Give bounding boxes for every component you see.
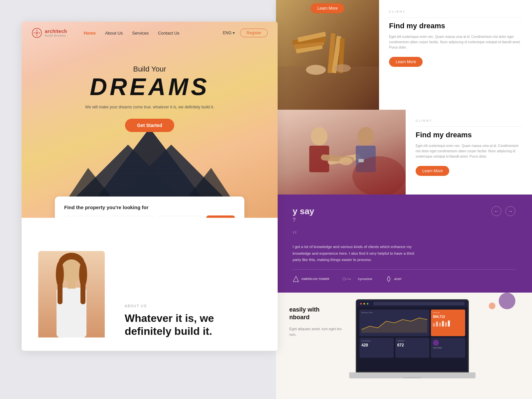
about-heading-line1: Whatever it is, we	[125, 312, 214, 324]
svg-rect-26	[80, 271, 85, 304]
hero-title: DREAMS	[22, 75, 278, 99]
logo-area: architech build dreams	[32, 28, 67, 38]
nav-arrows: ← →	[491, 206, 515, 216]
laptop-screen: Revenue Chart Revenue $94,712	[356, 299, 469, 372]
dashboard-text: easily with nboard Eget aliquam amet. lu…	[289, 306, 349, 338]
svg-point-47	[343, 278, 345, 280]
partner-cyrusone: One CyrusOne	[342, 276, 372, 282]
register-button[interactable]: Register	[240, 29, 268, 37]
nav-link-contact[interactable]: Contact Us	[158, 31, 179, 36]
svg-rect-56	[448, 321, 450, 327]
partner-logos: AMERICAN TOWER One CyrusOne airtel	[293, 276, 515, 282]
search-bar-title: Find the property you're looking for	[64, 204, 235, 210]
about-label: ABOUT US	[125, 304, 261, 308]
right-top-panel: Learn More CLIENT Find my dreams Eget el…	[276, 0, 532, 110]
nav-link-home[interactable]: Home	[84, 31, 96, 36]
partner-american-tower: AMERICAN TOWER	[293, 276, 329, 282]
purple-circle-decoration	[499, 293, 515, 309]
svg-text:One: One	[348, 278, 351, 280]
revenue-chart	[361, 315, 427, 333]
prev-arrow-button[interactable]: ←	[491, 206, 501, 216]
nav-right: ENG ▾ Register	[223, 29, 268, 37]
svg-rect-52	[436, 322, 438, 327]
screen-dot-yellow	[363, 303, 365, 305]
logo-name: architech	[45, 29, 67, 34]
client-text-panel: CLIENT Find my dreams Eget elit sceleris…	[406, 110, 532, 195]
about-heading: Whatever it is, we definitely build it.	[125, 312, 261, 337]
revenue-label: Revenue	[433, 312, 463, 314]
dashboard-heading: easily with nboard	[289, 306, 349, 322]
svg-point-37	[311, 127, 328, 146]
svg-point-3	[39, 32, 40, 34]
screen-dot-red	[360, 303, 362, 305]
partner-airtel: airtel	[385, 276, 401, 282]
airtel-icon	[385, 276, 392, 282]
svg-rect-54	[442, 321, 444, 327]
client-label: CLIENT	[389, 10, 522, 18]
type-field: ⊞	[111, 216, 155, 218]
main-panel: architech build dreams Home About Us Ser…	[22, 22, 278, 351]
person-illustration	[38, 251, 105, 337]
svg-rect-22	[67, 280, 75, 289]
nav-link-about[interactable]: About Us	[105, 31, 123, 36]
laptop-hinge	[403, 377, 422, 378]
learn-more-button-client[interactable]: Learn More	[389, 57, 423, 67]
connections-label: Connections	[361, 340, 392, 342]
search-button[interactable]: Search	[206, 215, 235, 218]
svg-rect-55	[445, 322, 447, 327]
svg-point-40	[357, 127, 374, 146]
nav-link-services[interactable]: Services	[132, 31, 149, 36]
learn-more-button-2[interactable]: Learn More	[416, 166, 449, 176]
profile-name: User Profile	[433, 347, 463, 349]
logo-tagline: build dreams	[45, 34, 67, 37]
hero-content: Build Your DREAMS We will make your drea…	[22, 65, 278, 132]
svg-point-43	[339, 157, 352, 165]
right-description: Eget elit scelerisque enim nec. Quam mas…	[389, 34, 522, 50]
revenue-value: $94,712	[433, 315, 463, 319]
logo-icon	[32, 28, 42, 38]
dashboard-chart: Revenue Chart	[359, 310, 429, 336]
right-title: Find my dreams	[389, 22, 522, 30]
svg-rect-27	[276, 66, 379, 110]
svg-point-2	[34, 32, 35, 34]
location-field: 📍	[64, 216, 107, 218]
svg-rect-25	[58, 271, 63, 304]
screen-url-bar	[373, 302, 465, 305]
svg-point-36	[334, 64, 351, 72]
learn-more-button-top[interactable]: Learn More	[311, 3, 344, 13]
get-started-button[interactable]: Get Started	[125, 119, 174, 132]
hands-image	[276, 110, 406, 195]
hero-description: We will make your dreams come true. what…	[22, 105, 278, 109]
search-fields: 📍 ⊞ $ Search	[64, 215, 235, 218]
quote-mark: "	[293, 230, 515, 242]
svg-rect-45	[358, 159, 364, 162]
laptop-base	[349, 372, 475, 378]
dashboard-followers-card: Followers 672	[395, 338, 430, 358]
screen-dot-green	[367, 303, 368, 305]
search-bar: Find the property you're looking for 📍 ⊞…	[55, 197, 244, 218]
books-illustration	[276, 0, 379, 110]
cyrusone-label: CyrusOne	[358, 277, 372, 281]
american-tower-icon	[293, 276, 299, 282]
svg-point-5	[36, 35, 38, 36]
laptop-container: Revenue Chart Revenue $94,712	[356, 299, 519, 378]
dashboard-panel: easily with nboard Eget aliquam amet. lu…	[276, 293, 532, 399]
american-tower-label: AMERICAN TOWER	[301, 277, 329, 281]
about-person-image	[38, 251, 105, 337]
price-field: $	[159, 216, 202, 218]
screen-content: Revenue Chart Revenue $94,712	[357, 307, 468, 360]
dashboard-description: Eget aliquam amet. lum eget leo non.	[289, 326, 349, 338]
profile-avatar	[433, 340, 439, 346]
nav-links: Home About Us Services Contact Us	[84, 31, 213, 36]
right-middle-panel: CLIENT Find my dreams Eget elit sceleris…	[276, 110, 532, 195]
next-arrow-button[interactable]: →	[505, 206, 515, 216]
logo-text: architech build dreams	[45, 29, 67, 37]
cyrusone-icon: One	[342, 276, 356, 282]
svg-rect-51	[433, 323, 435, 327]
small-circle-decoration	[489, 303, 495, 309]
svg-point-4	[36, 30, 38, 31]
followers-value: 672	[397, 343, 428, 347]
screen-header	[357, 300, 468, 307]
testimonial-panel: y say ? ← → " I got a lot of knowledge a…	[276, 195, 532, 293]
language-selector[interactable]: ENG ▾	[223, 31, 235, 35]
